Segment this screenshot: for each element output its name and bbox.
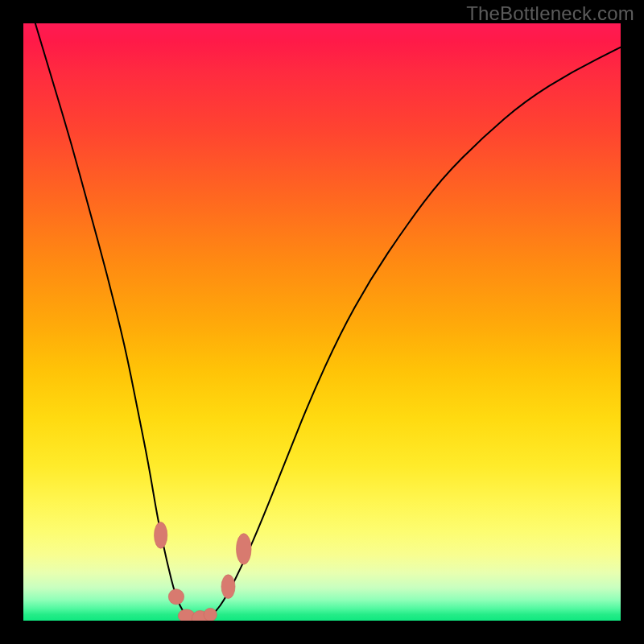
curve-marker <box>155 522 167 549</box>
bottleneck-curve-svg <box>23 23 621 621</box>
watermark-text: TheBottleneck.com <box>466 2 634 25</box>
curve-marker <box>168 589 184 605</box>
curve-marker <box>237 534 252 565</box>
curve-marker <box>192 610 208 621</box>
bottleneck-curve <box>35 23 621 621</box>
gradient-plot-area <box>23 23 621 621</box>
curve-marker <box>178 609 195 621</box>
curve-marker <box>221 575 235 599</box>
chart-frame: TheBottleneck.com <box>0 0 644 644</box>
curve-marker <box>204 608 217 621</box>
curve-markers <box>155 522 252 621</box>
